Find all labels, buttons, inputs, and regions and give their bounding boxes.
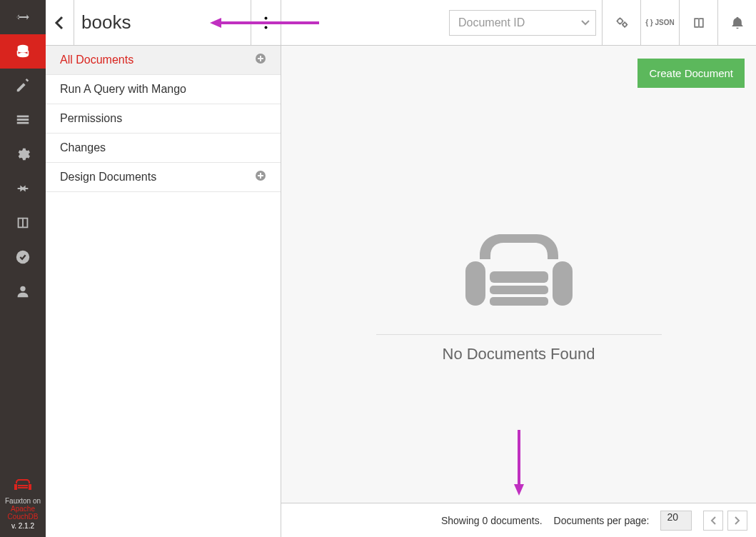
annotation-arrow-down-icon [512, 428, 526, 497]
divider [376, 334, 662, 335]
plus-icon[interactable] [255, 170, 266, 184]
back-button[interactable] [46, 0, 74, 45]
menu-item-label: Permissions [60, 112, 122, 125]
svg-rect-5 [22, 218, 24, 229]
nav-replication-icon[interactable] [0, 171, 46, 206]
menu-item-label: Run A Query with Mango [60, 83, 186, 96]
next-page-button[interactable] [727, 511, 747, 531]
database-title-text: books [81, 11, 131, 34]
footer-couchdb-label: CouchDB [0, 513, 46, 521]
nav-documentation-icon[interactable] [0, 206, 46, 240]
api-docs-button[interactable] [679, 0, 717, 45]
svg-point-1 [18, 53, 29, 57]
menu-design-documents[interactable]: Design Documents [46, 163, 281, 192]
nav-setup-icon[interactable] [0, 69, 46, 103]
per-page-select[interactable]: 20 [660, 511, 692, 531]
prev-page-button[interactable] [703, 511, 723, 531]
svg-rect-19 [553, 261, 573, 306]
nav-active-tasks-icon[interactable] [0, 103, 46, 137]
couch-empty-icon [451, 227, 587, 320]
nav-user-icon[interactable] [0, 274, 46, 308]
plus-icon[interactable] [255, 53, 266, 67]
svg-rect-4 [17, 122, 29, 124]
footer-apache-label: Apache [0, 505, 46, 513]
document-id-search[interactable]: Document ID [449, 10, 596, 36]
pagination-footer: Showing 0 documents. Documents per page:… [281, 503, 756, 537]
document-id-placeholder: Document ID [458, 16, 525, 29]
menu-changes[interactable]: Changes [46, 134, 281, 163]
chevron-right-icon [735, 516, 740, 525]
svg-rect-21 [490, 286, 548, 294]
nav-expand-icon[interactable] [0, 0, 46, 34]
couch-logo-icon [0, 477, 46, 493]
header-bar: books Document ID { } JSON [46, 0, 756, 46]
menu-run-query[interactable]: Run A Query with Mango [46, 75, 281, 104]
menu-all-documents[interactable]: All Documents [46, 46, 281, 75]
nav-databases-icon[interactable] [0, 34, 46, 69]
nav-footer: Fauxton on Apache CouchDB v. 2.1.2 [0, 477, 46, 537]
menu-item-label: All Documents [60, 54, 133, 66]
svg-rect-2 [17, 116, 29, 118]
nav-config-icon[interactable] [0, 137, 46, 171]
svg-point-14 [623, 23, 626, 26]
menu-item-label: Design Documents [60, 171, 156, 184]
per-page-label: Documents per page: [554, 515, 650, 526]
svg-rect-20 [490, 271, 548, 283]
svg-rect-3 [17, 119, 29, 121]
svg-rect-22 [490, 297, 548, 306]
nav-verify-icon[interactable] [0, 240, 46, 274]
content-area: Create Document No Documents Found [281, 46, 756, 537]
footer-fauxton-label: Fauxton on [0, 497, 46, 505]
menu-permissions[interactable]: Permissions [46, 104, 281, 134]
empty-message: No Documents Found [443, 345, 595, 363]
side-menu: All Documents Run A Query with Mango Per… [46, 46, 281, 537]
notifications-button[interactable] [717, 0, 756, 45]
json-view-button[interactable]: { } JSON [640, 0, 679, 45]
svg-marker-9 [210, 18, 221, 28]
caret-down-icon [581, 20, 590, 26]
svg-rect-18 [465, 261, 485, 306]
nav-rail: Fauxton on Apache CouchDB v. 2.1.2 [0, 0, 46, 537]
query-options-button[interactable] [602, 0, 640, 45]
annotation-arrow-left-icon [208, 16, 323, 30]
create-document-button[interactable]: Create Document [637, 59, 745, 88]
footer-version-label: v. 2.1.2 [0, 522, 46, 530]
svg-point-7 [20, 286, 25, 291]
showing-count: Showing 0 documents. [441, 515, 543, 526]
chevron-left-icon [710, 516, 716, 525]
svg-rect-15 [698, 18, 700, 27]
svg-point-13 [618, 19, 623, 24]
database-title: books [74, 0, 251, 45]
menu-item-label: Changes [60, 141, 106, 154]
svg-marker-24 [514, 484, 524, 496]
